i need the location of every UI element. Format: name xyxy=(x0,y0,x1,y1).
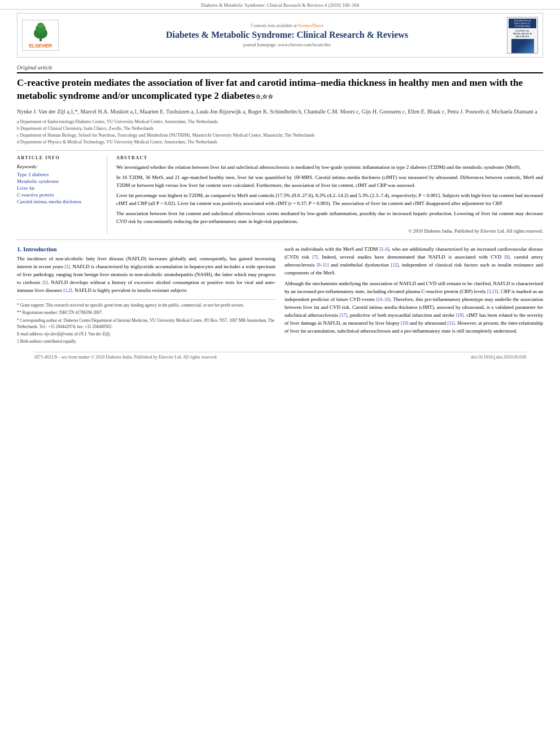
intro-para-1: The incidence of non-alcoholic fatty liv… xyxy=(17,255,275,295)
abstract-para-2: In 16 T2DM, 36 MetS, and 21 age-matched … xyxy=(116,174,543,189)
abstract-text: We investigated whether the relation bet… xyxy=(116,164,543,226)
affiliation-b: b Department of Clinical Chemistry, Isal… xyxy=(17,125,543,132)
abstract-section: ABSTRACT We investigated whether the rel… xyxy=(116,155,543,234)
ref-8[interactable]: [8] xyxy=(505,255,510,260)
ref-1c[interactable]: [1,2] xyxy=(63,288,72,293)
ref-14-16[interactable]: [14–16] xyxy=(376,297,390,302)
journal-title: Diabetes & Metabolic Syndrome: Clinical … xyxy=(67,29,507,41)
affiliation-d: d Department of Physics & Medical Techno… xyxy=(17,139,543,146)
right-column-text: such as individuals with the MetS and T2… xyxy=(285,246,543,335)
abstract-para-3: Liver fat percentage was highest in T2DM… xyxy=(116,192,543,207)
keyword-type2-diabetes[interactable]: Type 2 diabetes xyxy=(17,172,101,177)
bottom-bar: 1871-4021/$ – see front matter © 2010 Di… xyxy=(34,352,526,360)
body-content: 1. Introduction The incidence of non-alc… xyxy=(17,246,543,346)
cover-blue-bar: DIABETES & METABOLIC SYNDROME xyxy=(509,19,536,28)
bottom-doi: doi:10.1016/j.dsx.2010.05.018 xyxy=(471,355,526,360)
article-title: C-reactive protein mediates the associat… xyxy=(17,77,543,103)
ref-7[interactable]: [7] xyxy=(312,255,317,260)
cover-content: CLINICALRESEARCH &REVIEWS xyxy=(511,29,534,54)
affiliations: a Department of Endocrinology/Diabetes C… xyxy=(17,119,543,151)
journal-citation-bar: Diabetes & Metabolic Syndrome: Clinical … xyxy=(0,0,560,10)
keyword-cimt[interactable]: Carotid intima–media thickness xyxy=(17,199,101,204)
bottom-copyright: 1871-4021/$ – see front matter © 2010 Di… xyxy=(34,355,218,360)
keyword-liver-fat[interactable]: Liver fat xyxy=(17,185,101,191)
abstract-para-4: The association between liver fat conten… xyxy=(116,210,543,225)
ref-11b[interactable]: [11] xyxy=(448,321,455,326)
elsevier-logo-area: ELSEVIER xyxy=(22,20,62,51)
article-info: ARTICLE INFO Keywords: Type 2 diabetes M… xyxy=(17,155,107,234)
abstract-heading: ABSTRACT xyxy=(116,155,543,160)
body-left-column: 1. Introduction The incidence of non-alc… xyxy=(17,246,275,346)
ref-19[interactable]: [19] xyxy=(401,321,408,326)
article-type: Original article xyxy=(17,64,543,73)
introduction-heading: 1. Introduction xyxy=(17,246,275,252)
footnote-3: * Corresponding author at: Diabetes Cent… xyxy=(17,317,275,330)
right-para-1: such as individuals with the MetS and T2… xyxy=(285,246,543,277)
keyword-metabolic-syndrome[interactable]: Metabolic syndrome xyxy=(17,178,101,184)
affiliation-c: c Department of Human Biology, School fo… xyxy=(17,132,543,139)
ref-9-11[interactable]: [9–11] xyxy=(317,263,329,268)
elsevier-logo-box: ELSEVIER xyxy=(22,20,59,51)
footnote-2: ** Registration number: ISRCTN 42786396 … xyxy=(17,309,275,316)
elsevier-wordmark: ELSEVIER xyxy=(29,43,52,49)
main-content: Original article C-reactive protein medi… xyxy=(0,61,560,363)
footnote-1: * Grant support: This research received … xyxy=(17,302,275,308)
sciencedirect-anchor[interactable]: ScienceDirect xyxy=(298,23,323,28)
footnote-equal: 1 Both authors contributed equally. xyxy=(17,338,275,344)
authors: Nynke J. Van der Zijl a,1,*, Marcel H.A.… xyxy=(17,107,543,116)
introduction-text: The incidence of non-alcoholic fatty liv… xyxy=(17,255,275,295)
ref-17[interactable]: [17] xyxy=(340,313,347,318)
abstract-copyright: © 2010 Diabetes India. Published by Else… xyxy=(116,228,543,234)
keyword-crp[interactable]: C-reactive protein xyxy=(17,192,101,198)
elsevier-tree-svg xyxy=(29,22,52,42)
keywords-label: Keywords: xyxy=(17,164,101,169)
footnote-email: E-mail address: njv.dzvijl@vumc.nl (N.J.… xyxy=(17,331,275,337)
affiliation-a: a Department of Endocrinology/Diabetes C… xyxy=(17,119,543,125)
ref-3-6[interactable]: [3–6] xyxy=(379,247,389,252)
sciencedirect-link: Contents lists available at ScienceDirec… xyxy=(67,23,507,28)
right-para-2: Although the mechanisms underlying the a… xyxy=(285,280,543,335)
svg-point-3 xyxy=(37,23,44,28)
article-info-heading: ARTICLE INFO xyxy=(17,155,101,160)
article-info-abstract-section: ARTICLE INFO Keywords: Type 2 diabetes M… xyxy=(17,155,543,241)
journal-header: ELSEVIER Contents lists available at Sci… xyxy=(17,13,543,58)
journal-homepage: journal homepage: www.elsevier.com/locat… xyxy=(67,42,507,47)
footnotes: * Grant support: This research received … xyxy=(17,299,275,345)
abstract-para-1: We investigated whether the relation bet… xyxy=(116,164,543,172)
ref-3-13[interactable]: [3,13] xyxy=(487,289,498,294)
journal-cover-image: DIABETES & METABOLIC SYNDROME CLINICALRE… xyxy=(507,17,538,54)
ref-18[interactable]: [18] xyxy=(456,313,463,318)
ref-1b[interactable]: [1] xyxy=(42,280,47,285)
ref-1[interactable]: [1] xyxy=(64,264,69,269)
title-stars: ☆,☆☆ xyxy=(255,93,274,100)
page-wrapper: Diabetes & Metabolic Syndrome: Clinical … xyxy=(0,0,560,747)
journal-citation: Diabetes & Metabolic Syndrome: Clinical … xyxy=(201,2,359,8)
journal-center: Contents lists available at ScienceDirec… xyxy=(67,23,507,47)
body-right-column: such as individuals with the MetS and T2… xyxy=(285,246,543,346)
ref-12[interactable]: [12] xyxy=(391,263,399,268)
